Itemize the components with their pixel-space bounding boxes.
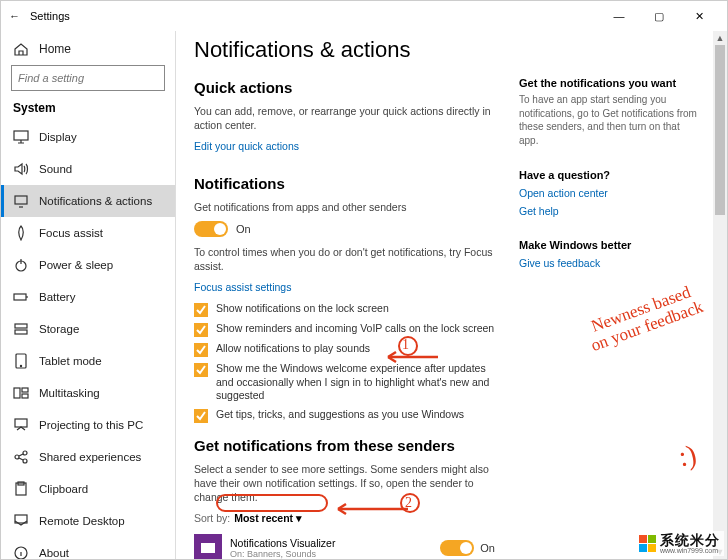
nav-label: Battery [39, 291, 75, 303]
vertical-scrollbar[interactable]: ▲ ▼ [713, 31, 727, 559]
sender-row[interactable]: Notifications Visualizer On: Banners, So… [194, 530, 495, 559]
storage-icon [13, 321, 29, 337]
display-icon [13, 129, 29, 145]
close-button[interactable]: ✕ [679, 1, 719, 31]
nav-label: Multitasking [39, 387, 100, 399]
sender-toggle-label: On [480, 542, 495, 554]
ink-number-1: 1 [402, 337, 409, 353]
side-title-3: Make Windows better [519, 239, 697, 251]
home-label: Home [39, 42, 71, 56]
clipboard-icon [13, 481, 29, 497]
nav-list[interactable]: Display Sound Notifications & actions Fo… [1, 121, 175, 559]
notifications-toggle[interactable] [194, 221, 228, 237]
multitasking-icon [13, 385, 29, 401]
notifications-icon [13, 193, 29, 209]
svg-rect-10 [22, 394, 28, 398]
focus-icon [13, 225, 29, 241]
check-sounds[interactable] [194, 343, 208, 357]
get-help-link[interactable]: Get help [519, 205, 697, 217]
side-desc-1: To have an app start sending you notific… [519, 93, 697, 147]
focus-assist-link[interactable]: Focus assist settings [194, 281, 291, 293]
nav-power[interactable]: Power & sleep [1, 249, 175, 281]
home-item[interactable]: Home [1, 33, 175, 65]
feedback-link[interactable]: Give us feedback [519, 257, 697, 269]
nav-label: About [39, 547, 69, 559]
senders-title: Get notifications from these senders [194, 437, 495, 454]
nav-notifications[interactable]: Notifications & actions [1, 185, 175, 217]
svg-rect-9 [22, 388, 28, 392]
nav-label: Focus assist [39, 227, 103, 239]
nav-label: Projecting to this PC [39, 419, 143, 431]
nav-label: Shared experiences [39, 451, 141, 463]
check-welcome[interactable] [194, 363, 208, 377]
minimize-button[interactable]: — [599, 1, 639, 31]
svg-rect-1 [15, 196, 27, 204]
nav-about[interactable]: About [1, 537, 175, 559]
home-icon [13, 41, 29, 57]
search-input[interactable] [11, 65, 165, 91]
nav-label: Remote Desktop [39, 515, 125, 527]
check-lock-screen[interactable] [194, 303, 208, 317]
nav-remote[interactable]: Remote Desktop [1, 505, 175, 537]
watermark: 系统米分www.win7999.com [635, 531, 724, 556]
ink-number-2: 2 [405, 495, 412, 511]
remote-icon [13, 513, 29, 529]
notifications-toggle-label: On [236, 223, 251, 235]
sender-app-icon [194, 534, 222, 559]
nav-storage[interactable]: Storage [1, 313, 175, 345]
svg-point-13 [23, 451, 27, 455]
nav-focus[interactable]: Focus assist [1, 217, 175, 249]
sort-value[interactable]: Most recent▾ [234, 512, 302, 524]
open-action-center-link[interactable]: Open action center [519, 187, 697, 199]
sort-row[interactable]: Sort by: Most recent▾ [194, 512, 495, 524]
check-label: Show notifications on the lock screen [216, 302, 389, 316]
tablet-icon [13, 353, 29, 369]
check-label: Allow notifications to play sounds [216, 342, 370, 356]
check-label: Show me the Windows welcome experience a… [216, 362, 495, 403]
back-icon[interactable]: ← [9, 10, 20, 22]
microsoft-logo-icon [639, 535, 656, 552]
battery-icon [13, 289, 29, 305]
nav-tablet[interactable]: Tablet mode [1, 345, 175, 377]
sort-label: Sort by: [194, 512, 230, 524]
notifications-title: Notifications [194, 175, 495, 192]
svg-rect-11 [15, 419, 27, 427]
check-voip[interactable] [194, 323, 208, 337]
sender-toggle[interactable] [440, 540, 474, 556]
chevron-down-icon: ▾ [296, 512, 302, 524]
nav-shared[interactable]: Shared experiences [1, 441, 175, 473]
edit-quick-actions-link[interactable]: Edit your quick actions [194, 140, 299, 152]
window-title: Settings [26, 10, 70, 22]
quick-actions-desc: You can add, remove, or rearrange your q… [194, 104, 495, 132]
svg-rect-0 [14, 131, 28, 140]
svg-point-7 [20, 365, 21, 366]
sender-sub: On: Banners, Sounds [230, 549, 432, 559]
nav-battery[interactable]: Battery [1, 281, 175, 313]
senders-desc: Select a sender to see more settings. So… [194, 462, 495, 505]
svg-point-12 [15, 455, 19, 459]
maximize-button[interactable]: ▢ [639, 1, 679, 31]
nav-multitasking[interactable]: Multitasking [1, 377, 175, 409]
nav-clipboard[interactable]: Clipboard [1, 473, 175, 505]
power-icon [13, 257, 29, 273]
check-label: Show reminders and incoming VoIP calls o… [216, 322, 494, 336]
nav-display[interactable]: Display [1, 121, 175, 153]
check-tips[interactable] [194, 409, 208, 423]
scroll-up-icon[interactable]: ▲ [713, 31, 727, 45]
nav-projecting[interactable]: Projecting to this PC [1, 409, 175, 441]
svg-point-14 [23, 459, 27, 463]
nav-label: Sound [39, 163, 72, 175]
check-label: Get tips, tricks, and suggestions as you… [216, 408, 464, 422]
section-header: System [1, 97, 175, 121]
side-title-1: Get the notifications you want [519, 77, 697, 89]
svg-rect-8 [14, 388, 20, 398]
scrollbar-thumb[interactable] [715, 45, 725, 215]
quick-actions-title: Quick actions [194, 79, 495, 96]
projecting-icon [13, 417, 29, 433]
nav-sound[interactable]: Sound [1, 153, 175, 185]
watermark-text: 系统米分 [660, 533, 720, 547]
notifications-desc: Get notifications from apps and other se… [194, 200, 495, 214]
nav-label: Clipboard [39, 483, 88, 495]
nav-label: Power & sleep [39, 259, 113, 271]
nav-label: Tablet mode [39, 355, 102, 367]
